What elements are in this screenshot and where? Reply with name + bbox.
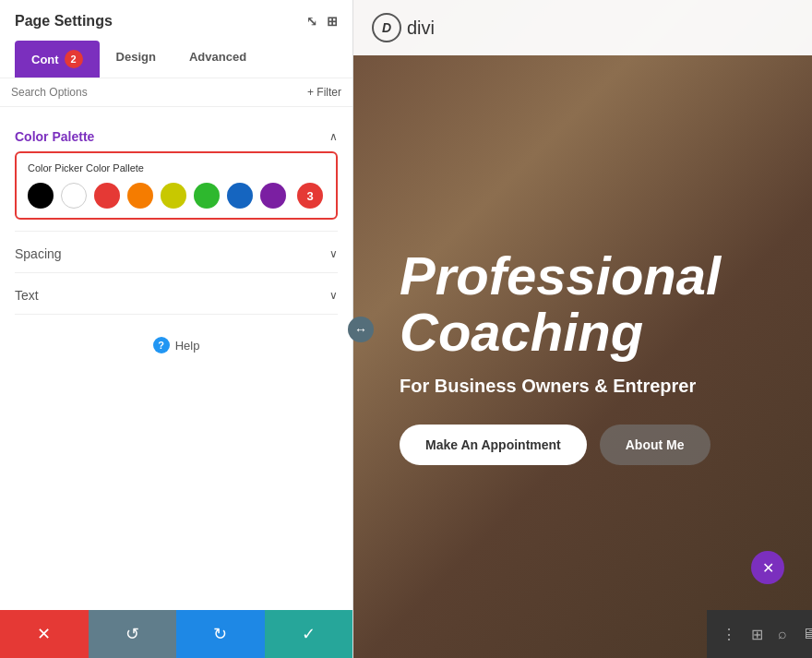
text-header[interactable]: Text ∨: [15, 281, 338, 310]
color-picker-label: Color Picker Color Pallete: [28, 162, 325, 173]
save-button[interactable]: ✓: [265, 610, 353, 658]
color-palette-chevron: ∧: [329, 130, 338, 143]
float-close-button[interactable]: ✕: [751, 551, 784, 584]
help-icon: ?: [153, 337, 170, 353]
spacing-section: Spacing ∨: [15, 239, 338, 273]
undo-button[interactable]: ↺: [89, 610, 177, 658]
main-container: Page Settings ⤡ ⊞ Cont 2 Design Advanced: [0, 0, 812, 658]
hero-title: Professional Coaching: [400, 248, 775, 361]
preview-content: Professional Coaching For Business Owner…: [353, 55, 812, 658]
tab-content-badge: 2: [65, 50, 83, 68]
logo-letter: D: [382, 20, 391, 35]
divider-1: [15, 231, 338, 232]
toolbar-more-icon[interactable]: ⋮: [722, 626, 736, 643]
resize-icon[interactable]: ⤡: [306, 14, 317, 29]
panel-title-bar: Page Settings ⤡ ⊞: [15, 13, 338, 30]
close-button[interactable]: ✕: [0, 610, 89, 658]
divi-logo: D divi: [372, 13, 435, 42]
tab-advanced[interactable]: Advanced: [173, 41, 263, 78]
search-input[interactable]: [11, 86, 300, 99]
tab-advanced-label: Advanced: [189, 50, 246, 64]
spacing-chevron: ∨: [329, 247, 338, 260]
palette-badge: 3: [297, 183, 323, 209]
tab-design[interactable]: Design: [100, 41, 173, 78]
color-swatches: 3: [28, 183, 325, 209]
swatch-black[interactable]: [28, 183, 54, 209]
swatch-blue[interactable]: [227, 183, 253, 209]
divi-logo-circle: D: [372, 13, 401, 42]
help-label[interactable]: Help: [175, 339, 200, 353]
hero-buttons: Make An Appointment About Me: [400, 425, 775, 465]
color-palette-header[interactable]: Color Palette ∧: [15, 122, 338, 151]
preview-nav: D divi: [353, 0, 812, 55]
left-bottom-bar: ✕ ↺ ↻ ✓: [0, 610, 352, 658]
filter-button[interactable]: + Filter: [307, 86, 341, 99]
tab-design-label: Design: [116, 50, 156, 64]
swatch-red[interactable]: [94, 183, 120, 209]
panel-title-text: Page Settings: [15, 13, 113, 30]
swatch-orange[interactable]: [127, 183, 153, 209]
toolbar-left: ⋮ ⊞ ⌕ 🖥 ▭ 📱: [722, 626, 812, 643]
divider-2: [15, 272, 338, 273]
spacing-header[interactable]: Spacing ∨: [15, 239, 338, 269]
divider-3: [15, 314, 338, 315]
layout-icon[interactable]: ⊞: [327, 14, 338, 29]
collapse-panel-button[interactable]: ↔: [348, 317, 374, 342]
color-palette-section: Color Palette ∧ Color Picker Color Palle…: [15, 122, 338, 232]
search-bar: + Filter: [0, 78, 352, 107]
panel-title-icons: ⤡ ⊞: [306, 14, 338, 29]
make-appointment-button[interactable]: Make An Appointment: [400, 425, 587, 465]
toolbar-grid-icon[interactable]: ⊞: [751, 626, 763, 643]
about-me-button[interactable]: About Me: [600, 425, 710, 465]
color-palette-box: Color Picker Color Pallete 3: [15, 151, 338, 220]
left-panel: Page Settings ⤡ ⊞ Cont 2 Design Advanced: [0, 0, 353, 658]
tab-content-label: Cont: [31, 53, 59, 66]
logo-name: divi: [407, 18, 435, 39]
hero-title-line2: Coaching: [400, 305, 775, 361]
panel-tabs: Cont 2 Design Advanced: [15, 41, 338, 78]
swatch-white[interactable]: [61, 183, 87, 209]
toolbar-search-icon[interactable]: ⌕: [778, 626, 787, 642]
spacing-title: Spacing: [15, 246, 62, 261]
redo-button[interactable]: ↻: [176, 610, 265, 658]
swatch-green[interactable]: [194, 183, 220, 209]
text-title: Text: [15, 288, 39, 303]
tab-content[interactable]: Cont 2: [15, 41, 100, 78]
swatch-yellow[interactable]: [161, 183, 186, 209]
bottom-toolbar: ⋮ ⊞ ⌕ 🖥 ▭ 📱 + ⏻ ⚙ 1 ⏱ ↕: [707, 610, 812, 658]
panel-content: Color Palette ∧ Color Picker Color Palle…: [0, 107, 352, 610]
right-preview: D divi Professional Coaching For Busines…: [353, 0, 812, 658]
panel-header: Page Settings ⤡ ⊞ Cont 2 Design Advanced: [0, 0, 352, 78]
help-section: ? Help: [15, 322, 338, 368]
text-section: Text ∨: [15, 281, 338, 315]
color-palette-title: Color Palette: [15, 129, 94, 144]
swatch-purple[interactable]: [260, 183, 286, 209]
hero-subtitle: For Business Owners & Entreprer: [400, 376, 775, 397]
toolbar-desktop-icon[interactable]: 🖥: [802, 626, 812, 642]
text-chevron: ∨: [329, 289, 338, 302]
hero-title-line1: Professional: [400, 248, 775, 305]
